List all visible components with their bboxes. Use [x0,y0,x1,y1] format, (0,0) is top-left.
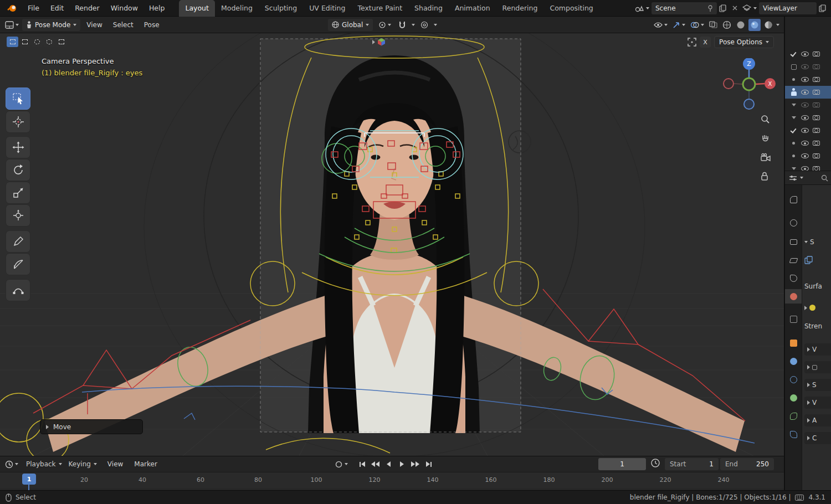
eye-icon[interactable] [801,64,809,69]
pan-hand-icon[interactable] [760,133,771,143]
breadcrumb[interactable] [372,38,386,46]
timeline-editor-type-icon[interactable] [3,458,20,470]
menu-view[interactable]: View [82,21,106,29]
jump-end-button[interactable] [423,459,435,470]
pin-icon[interactable] [707,5,713,12]
proportional-editing-icon[interactable] [419,19,430,31]
frame-brackets-icon[interactable] [688,38,696,47]
collapsed-section[interactable]: A [804,414,831,426]
camera-restrict-icon[interactable] [813,115,820,120]
shading-dropdown-caret[interactable] [776,24,779,26]
menu-window[interactable]: Window [105,0,143,17]
use-preview-range-clock-icon[interactable] [650,458,660,468]
new-scene-copy-icon[interactable] [719,4,727,12]
navigation-gizmo[interactable]: Z X [717,58,781,111]
outliner-row[interactable] [785,60,831,73]
transform-orientation-selector[interactable]: Global [328,19,373,31]
collapse-caret-icon[interactable] [792,104,796,106]
overlays-icon[interactable] [689,19,706,31]
select-mode-tweak[interactable] [7,37,18,47]
collapsed-section[interactable]: S [804,379,831,391]
camera-restrict-icon[interactable] [813,77,820,82]
camera-restrict-icon[interactable] [813,52,820,56]
shader-node-row[interactable] [804,305,815,311]
eye-icon[interactable] [801,52,809,56]
snap-magnet-icon[interactable] [397,19,408,31]
tab-scene[interactable] [785,271,802,285]
menu-select[interactable]: Select [109,21,138,29]
checkbox-icon[interactable] [791,51,797,57]
outliner-row[interactable] [785,150,831,162]
start-frame-field[interactable]: Start 1 [665,458,719,470]
timeline-view-menu[interactable]: View [103,460,127,468]
play-forward-button[interactable] [396,459,408,470]
editor-type-icon[interactable] [3,19,20,31]
collapsed-section[interactable]: C [804,432,831,444]
operator-expand-icon[interactable] [46,425,49,429]
tab-bone[interactable] [785,409,802,423]
eye-icon[interactable] [801,115,809,120]
lock-icon[interactable] [760,171,771,181]
camera-restrict-icon[interactable] [813,90,820,95]
tool-annotate[interactable] [6,230,30,253]
timeline-ruler[interactable]: 20 40 60 80 100 120 140 160 180 200 220 … [0,472,784,488]
camera-restrict-icon[interactable] [813,153,820,158]
shading-solid-icon[interactable] [735,19,747,31]
auto-key-record-icon[interactable] [334,458,350,470]
tab-output[interactable] [785,235,802,249]
scene-icon[interactable] [635,4,644,12]
camera-restrict-icon[interactable] [813,64,820,69]
select-mode-paint[interactable] [55,37,67,47]
collapsed-section[interactable]: V [804,397,831,409]
camera-restrict-icon[interactable] [813,141,820,146]
select-mode-box[interactable] [19,37,30,47]
eye-icon[interactable] [801,153,809,158]
close-button[interactable]: X [700,37,711,48]
mode-selector[interactable]: Pose Mode [22,19,80,31]
operator-panel-move[interactable]: Move [40,419,143,434]
pivot-point-selector[interactable] [377,19,393,31]
gizmo-arrow-icon[interactable] [671,19,687,31]
blender-logo-icon[interactable] [0,4,22,13]
current-frame-field[interactable]: 1 [598,458,646,470]
outliner-row[interactable] [785,111,831,124]
tool-extra[interactable] [6,279,30,301]
shading-material-icon[interactable] [748,19,761,31]
menu-file[interactable]: File [22,0,45,17]
collapse-caret-icon[interactable] [792,167,796,170]
eye-icon[interactable] [801,90,809,95]
menu-pose[interactable]: Pose [140,21,164,29]
workspace-tab-shading[interactable]: Shading [408,0,449,17]
visibility-eye-icon[interactable] [652,19,669,31]
checkbox-empty-icon[interactable] [791,64,797,70]
workspace-tab-animation[interactable]: Animation [449,0,496,17]
menu-edit[interactable]: Edit [45,0,69,17]
datablock-row[interactable] [804,256,813,264]
tab-bone-constraints[interactable] [785,427,802,441]
magnifier-icon[interactable] [821,174,828,182]
scene-dropdown-caret[interactable] [646,7,649,9]
viewport-3d[interactable]: Camera Perspective (1) blender file_Rigi… [0,33,784,456]
viewlayer-dropdown-caret[interactable] [753,7,757,9]
end-frame-field[interactable]: End 250 [720,458,774,470]
outliner-row-selected-armature[interactable] [785,86,831,99]
workspace-tab-compositing[interactable]: Compositing [543,0,599,17]
eye-icon[interactable] [801,141,809,146]
viewport-3d-scene[interactable] [0,33,784,456]
outliner-row[interactable] [785,48,831,60]
section-header-s[interactable]: S [804,238,814,246]
outliner-row[interactable] [785,99,831,111]
jump-start-button[interactable] [356,459,368,470]
scene-name-field[interactable]: Scene [652,2,717,14]
workspace-tab-rendering[interactable]: Rendering [496,0,544,17]
next-keyframe-button[interactable] [409,459,422,470]
breadcrumb-expand-icon[interactable] [372,40,375,44]
timeline-marker-menu[interactable]: Marker [130,460,161,468]
tab-physics[interactable] [785,372,802,387]
workspace-tab-layout[interactable]: Layout [179,0,215,17]
play-backward-button[interactable] [383,459,395,470]
checkbox-icon[interactable] [791,127,797,133]
viewlayer-icon[interactable] [742,4,751,12]
camera-restrict-icon[interactable] [813,102,820,107]
camera-view-icon[interactable] [760,153,771,162]
